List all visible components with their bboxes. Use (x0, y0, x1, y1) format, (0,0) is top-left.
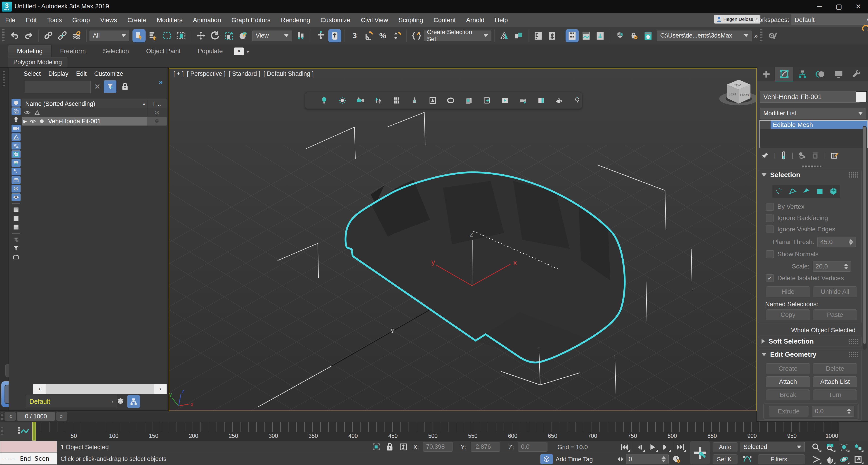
viewport-renderer-menu[interactable]: [ Standard ] (229, 70, 260, 77)
filter-lights-icon[interactable] (11, 116, 21, 124)
menu-item[interactable]: Tools (42, 13, 67, 27)
ribbon-tab-freeform[interactable]: Freeform (52, 45, 94, 57)
ignore-visible-edges-checkbox[interactable] (766, 226, 774, 233)
panel-arrow-icon[interactable] (483, 96, 491, 105)
menu-item[interactable]: File (0, 13, 21, 27)
drag-handle[interactable] (1, 412, 3, 420)
frozen-toggle[interactable]: ❄ (147, 117, 166, 125)
maxscript-listener-macro-pane[interactable] (0, 441, 57, 452)
unhide-all-button[interactable]: Unhide All (813, 286, 857, 297)
delete-isolated-row[interactable]: ✓Delete Isolated Vertices (766, 274, 844, 282)
by-vertex-checkbox[interactable] (766, 203, 774, 210)
render-setup-button[interactable] (627, 29, 641, 42)
turn-button[interactable]: Turn (813, 389, 857, 401)
explorer-menu-item[interactable]: Display (49, 70, 68, 77)
attach-list-button[interactable]: Attach List (813, 376, 857, 387)
maximize-button[interactable]: ▢ (829, 0, 848, 13)
select-and-scale-button[interactable] (222, 29, 236, 42)
normals-scale-spinner[interactable]: 20.0 (813, 261, 851, 272)
by-vertex-row[interactable]: By Vertex (766, 203, 804, 210)
add-time-tag-label[interactable]: Add Time Tag (556, 456, 593, 463)
filter-combinations-icon[interactable] (11, 244, 21, 252)
default-tangent-icon[interactable] (741, 454, 754, 464)
viewport-pov-menu[interactable]: [ Perspective ] (187, 70, 225, 77)
previous-frame-button[interactable] (633, 442, 645, 452)
explorer-overflow-chevron[interactable]: » (159, 78, 163, 86)
time-slider-handle[interactable]: < 0 / 1000 > (4, 412, 67, 421)
explorer-selection-set-field[interactable]: Default▾ (26, 396, 117, 407)
isolate-selection-toggle[interactable] (370, 442, 382, 452)
panel-columns-icon[interactable] (537, 96, 545, 105)
menu-item[interactable]: Graph Editors (226, 13, 276, 27)
paste-button[interactable]: Paste (813, 309, 857, 320)
delete-isolated-checkbox[interactable]: ✓ (766, 274, 774, 282)
trees-icon[interactable] (374, 96, 382, 105)
viewport-shading-menu[interactable]: [ Default Shading ] (264, 70, 313, 77)
stack-pin-cell[interactable] (760, 120, 771, 129)
menu-item[interactable]: Arnold (461, 13, 490, 27)
show-normals-checkbox[interactable] (766, 250, 774, 258)
select-by-name-button[interactable] (147, 29, 160, 42)
select-and-manipulate-button[interactable] (314, 29, 327, 42)
zoom-extents-all-icon[interactable] (852, 442, 864, 452)
extrude-spinner[interactable]: 0.0 (812, 406, 854, 416)
tab-hierarchy[interactable] (794, 67, 811, 81)
break-button[interactable]: Break (766, 389, 810, 401)
column-name-header[interactable]: Name (Sorted Ascending) (22, 100, 142, 108)
copy-button[interactable]: Copy (766, 309, 810, 320)
stack-item-editable-mesh[interactable]: Editable Mesh (771, 120, 867, 129)
render-preset-path-dropdown[interactable]: C:\Users\de...ents\3dsMax (657, 31, 752, 41)
explorer-search-input[interactable] (25, 81, 91, 93)
redo-button[interactable] (22, 29, 35, 42)
bind-to-space-warp-icon[interactable] (70, 29, 83, 42)
explorer-menu-item[interactable]: Edit (76, 70, 87, 77)
rectangular-selection-region-button[interactable] (160, 29, 174, 42)
vertex-subobject-button[interactable] (775, 187, 784, 196)
filter-xrefs-icon[interactable] (11, 159, 21, 167)
filter-helpers-icon[interactable] (11, 133, 21, 141)
select-object-button[interactable] (132, 29, 146, 42)
object-name-field[interactable]: Vehi-Honda Fit-001 (760, 91, 860, 103)
polygon-modeling-panel-tab[interactable]: Polygon Modeling (8, 57, 67, 67)
filter-containers-icon[interactable] (11, 176, 21, 184)
previous-frame-button[interactable]: < (4, 412, 16, 421)
frozen-toggle[interactable]: ❄ (147, 108, 167, 117)
foliage-icon[interactable] (410, 96, 418, 105)
sun-icon[interactable] (338, 96, 346, 105)
workspace-dropdown[interactable]: Default ▼ (791, 14, 868, 25)
scroll-right-icon[interactable]: › (154, 384, 166, 394)
helper-ruler-icon[interactable] (33, 110, 41, 115)
tab-utilities[interactable] (848, 67, 866, 81)
modifier-stack[interactable]: Editable Mesh (760, 120, 868, 148)
daylight-icon[interactable] (320, 96, 328, 105)
toggle-scene-explorer-button[interactable] (565, 29, 579, 42)
next-frame-button[interactable]: > (56, 412, 67, 421)
scrollbar-thumb[interactable] (46, 384, 154, 394)
explorer-menu-item[interactable]: Select (24, 70, 41, 77)
add-time-tag-icon[interactable] (540, 454, 553, 464)
z-coord-field[interactable]: 0.0 (518, 442, 548, 452)
rollout-edit-geometry-header[interactable]: Edit Geometry (758, 349, 862, 359)
menu-item[interactable]: Create (122, 13, 152, 27)
menu-item[interactable]: Animation (188, 13, 226, 27)
rendered-frame-window-button[interactable] (642, 29, 655, 42)
tab-create[interactable] (757, 67, 775, 81)
window-crossing-toggle[interactable] (175, 29, 188, 42)
perspective-viewport[interactable]: y x z TOP LEFT FRONT y z x [ + ] [ (168, 68, 757, 411)
menu-item[interactable]: Edit (21, 13, 42, 27)
spreadsheet-icon[interactable] (393, 96, 401, 105)
eye-icon[interactable] (22, 110, 33, 115)
use-pivot-point-center-button[interactable] (294, 29, 307, 42)
key-filters-button[interactable]: Filters... (758, 454, 805, 465)
explorer-row-parent[interactable]: ❄ (22, 108, 167, 117)
modifier-list-dropdown[interactable]: Modifier List (760, 108, 866, 119)
orbit-icon[interactable] (838, 454, 850, 465)
display-none-icon[interactable] (11, 215, 21, 222)
add-camera-icon[interactable] (519, 96, 527, 105)
snaps-toggle-3d-button[interactable]: 3 (348, 29, 361, 42)
tab-modify[interactable] (775, 67, 794, 81)
toolbar-drag-handle[interactable] (760, 29, 763, 42)
face-subobject-button[interactable] (802, 187, 811, 196)
named-selection-set-dropdown[interactable]: Create Selection Set (424, 31, 491, 41)
undo-button[interactable] (8, 29, 21, 42)
